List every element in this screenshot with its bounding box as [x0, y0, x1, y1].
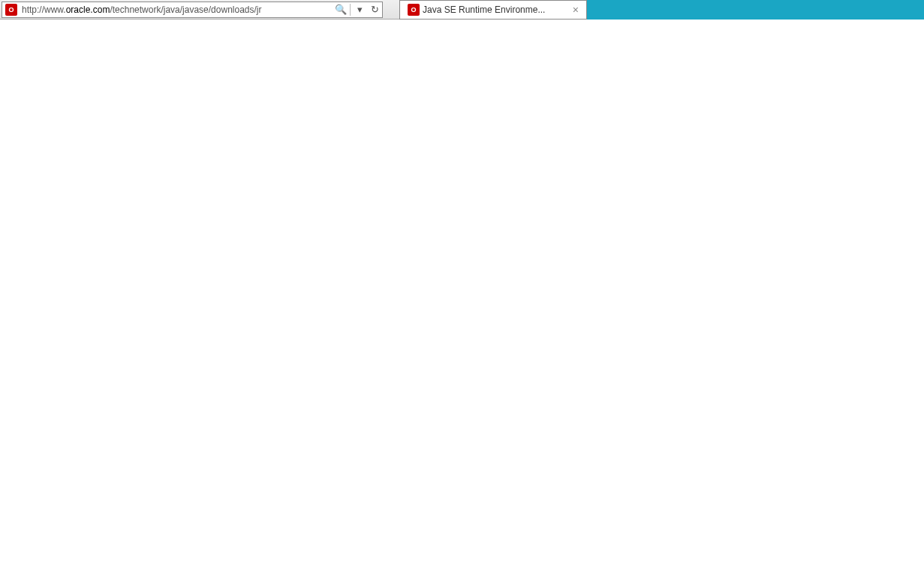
close-icon[interactable]: ×	[570, 4, 582, 16]
browser-tab[interactable]: O Java SE Runtime Environme... ×	[399, 0, 587, 20]
separator	[350, 4, 351, 16]
search-icon[interactable]: 🔍	[333, 2, 348, 17]
site-favicon-icon: O	[5, 4, 17, 16]
dropdown-icon[interactable]: ▾	[352, 2, 367, 17]
address-bar[interactable]: O http://www.oracle.com/technetwork/java…	[2, 2, 383, 18]
address-url: http://www.oracle.com/technetwork/java/j…	[20, 5, 333, 15]
refresh-icon[interactable]: ↻	[367, 2, 382, 17]
browser-chrome: O http://www.oracle.com/technetwork/java…	[0, 0, 924, 20]
tab-favicon-icon: O	[408, 4, 420, 16]
tab-strip-spacer	[587, 0, 924, 20]
tab-title: Java SE Runtime Environme...	[423, 5, 570, 15]
